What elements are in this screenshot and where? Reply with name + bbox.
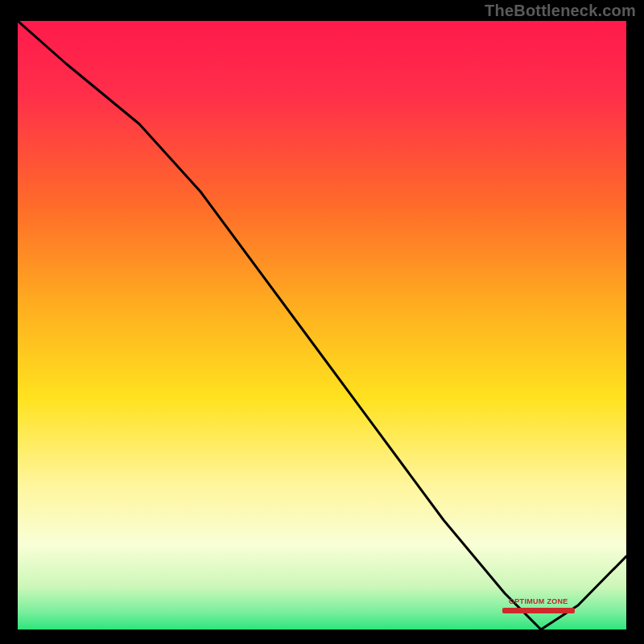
optimum-label: OPTIMUM ZONE bbox=[509, 597, 568, 605]
watermark-text: TheBottleneck.com bbox=[485, 2, 636, 20]
chart-frame: TheBottleneck.com bbox=[0, 0, 644, 644]
gradient-fill bbox=[18, 21, 626, 630]
optimum-marker bbox=[502, 608, 575, 613]
chart-svg bbox=[18, 21, 626, 630]
plot-area: OPTIMUM ZONE bbox=[18, 21, 626, 630]
